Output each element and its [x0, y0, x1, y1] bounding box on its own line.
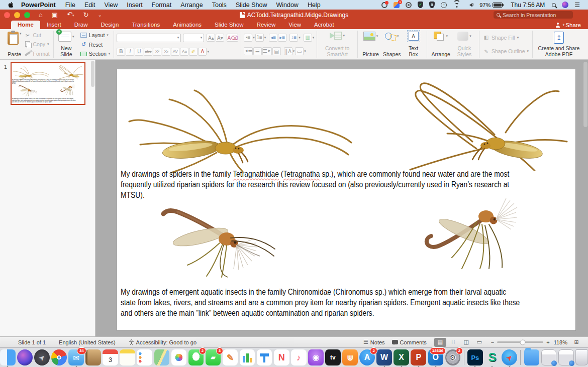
siri-icon[interactable]: [562, 1, 568, 9]
apple-menu-icon[interactable]: [5, 2, 16, 8]
dock-item-podcasts[interactable]: ◉: [308, 349, 324, 365]
strikethrough-button[interactable]: abe: [144, 48, 152, 56]
font-color-button[interactable]: A: [198, 48, 207, 56]
menu-clock[interactable]: Thu 7:56 AM: [511, 2, 545, 9]
tab-draw[interactable]: Draw: [68, 21, 94, 29]
change-case-button[interactable]: Aa: [180, 48, 188, 56]
dock-item-system-preferences[interactable]: ⚙2: [445, 349, 461, 365]
dock-item-news[interactable]: N: [274, 349, 289, 365]
dock-item-app-store[interactable]: A2: [359, 349, 375, 365]
status-badge-app-icon[interactable]: 1: [394, 1, 400, 9]
paste-button[interactable]: ▾ Paste: [6, 31, 24, 58]
shape-outline-button[interactable]: Shape Outline▾: [482, 48, 530, 55]
status-app-icon[interactable]: [381, 1, 387, 9]
midge-drawing-left[interactable]: [148, 195, 279, 278]
fit-slide-button[interactable]: ⊞: [570, 338, 582, 347]
reading-view-button[interactable]: ◫: [460, 338, 472, 347]
section-button[interactable]: Section▾: [79, 50, 112, 57]
midge-caption-textbox[interactable]: My drawings of emergent aquatic insects …: [12, 98, 84, 103]
normal-view-button[interactable]: ▤: [434, 338, 446, 347]
reset-button[interactable]: Reset: [79, 41, 112, 48]
dock-item-keynote[interactable]: [257, 349, 272, 365]
dock-item-launchpad[interactable]: ➤: [34, 349, 50, 365]
share-button[interactable]: + Share: [555, 22, 581, 29]
wifi-icon[interactable]: [453, 1, 460, 9]
workspace-scrollbar[interactable]: [583, 62, 587, 127]
dock-item-excel[interactable]: X: [394, 349, 409, 365]
zoom-slider[interactable]: [497, 341, 543, 343]
font-size-select[interactable]: ▾: [183, 34, 204, 42]
backup-icon[interactable]: ↑: [441, 1, 447, 9]
menu-window[interactable]: Window: [276, 2, 298, 9]
close-window-button[interactable]: [4, 12, 10, 18]
dock-item-chrome[interactable]: [51, 349, 67, 365]
increase-font-button[interactable]: A▴: [207, 34, 215, 42]
dock-item-music[interactable]: ♪: [291, 349, 307, 365]
shield-check-icon[interactable]: ✓: [418, 1, 423, 9]
midge-drawing-right[interactable]: [410, 193, 525, 271]
slide-canvas[interactable]: My drawings of spiders in the family Tet…: [117, 69, 575, 330]
midge-drawing-right[interactable]: [58, 83, 77, 95]
align-right-button[interactable]: ☰⯈: [262, 47, 272, 55]
tab-animations[interactable]: Animations: [166, 21, 208, 29]
redo-icon[interactable]: ↻: [83, 11, 89, 20]
highlight-color-button[interactable]: ✐: [189, 48, 198, 56]
accessibility-status[interactable]: Accessibility: Good to go: [129, 339, 197, 345]
dock-item-trash[interactable]: [575, 349, 588, 365]
notification-center-icon[interactable]: ☰: [574, 1, 580, 9]
picture-button[interactable]: ▾ Picture: [360, 31, 381, 58]
italic-button[interactable]: I: [126, 48, 134, 56]
arrange-button[interactable]: ▾ Arrange: [430, 31, 452, 58]
quick-styles-button[interactable]: ▾ Quick Styles: [452, 31, 476, 58]
customize-toolbar-icon[interactable]: ⌄: [97, 11, 102, 20]
dock-item-siri[interactable]: [17, 349, 33, 365]
dock-item-tv[interactable]: tv: [325, 349, 341, 365]
zoom-slider-thumb[interactable]: [520, 339, 525, 345]
spider-drawing-left[interactable]: [127, 73, 353, 174]
spotlight-icon[interactable]: [552, 1, 556, 9]
language-indicator[interactable]: English (United States): [59, 339, 116, 345]
undo-icon[interactable]: ↶▾: [67, 10, 74, 20]
clear-formatting-button[interactable]: A⌫: [227, 34, 238, 42]
line-spacing-button[interactable]: ↕≡: [289, 34, 298, 42]
dock-item-outlook[interactable]: O18636: [428, 349, 444, 365]
home-quick-icon[interactable]: ⌂: [39, 11, 43, 20]
superscript-button[interactable]: X²: [153, 48, 161, 56]
comments-button[interactable]: Comments: [392, 339, 427, 345]
menu-app-name[interactable]: PowerPoint: [21, 2, 56, 9]
spider-drawing-right[interactable]: [396, 70, 569, 171]
slide-canvas[interactable]: My drawings of spiders in the family Tet…: [12, 63, 84, 105]
search-in-presentation-input[interactable]: Search in Presentation: [494, 11, 573, 19]
menu-view[interactable]: View: [104, 2, 118, 9]
align-text-button[interactable]: ▭: [295, 47, 304, 55]
create-pdf-button[interactable]: Create and Share Adobe PDF: [535, 31, 582, 58]
shield-5-icon[interactable]: 5: [429, 1, 435, 9]
align-left-button[interactable]: ⯇☰: [244, 47, 253, 55]
spider-drawing-right[interactable]: [56, 63, 83, 79]
minimize-window-button[interactable]: [14, 12, 20, 18]
format-painter-button[interactable]: Format: [24, 50, 51, 57]
dock-item-facetime[interactable]: ▰3: [206, 349, 221, 365]
bullets-button[interactable]: •≡: [244, 34, 252, 42]
tab-slide-show[interactable]: Slide Show: [208, 21, 250, 29]
tab-transitions[interactable]: Transitions: [125, 21, 166, 29]
dock-item-mail[interactable]: ✉34: [68, 349, 84, 365]
text-direction-button[interactable]: ║A: [284, 47, 292, 55]
increase-indent-button[interactable]: ▸≡: [278, 34, 286, 42]
dock-item-contacts[interactable]: [85, 349, 101, 365]
dock-item-books[interactable]: ⋓: [342, 349, 358, 365]
numbering-button[interactable]: 1≡: [255, 34, 264, 42]
dock-item-window1[interactable]: [541, 349, 557, 365]
menu-insert[interactable]: Insert: [127, 2, 142, 9]
tab-design[interactable]: Design: [94, 21, 126, 29]
tab-review[interactable]: Review: [250, 21, 282, 29]
columns-button[interactable]: ▥: [304, 34, 312, 42]
dock-item-calendar[interactable]: 3: [103, 349, 118, 365]
dock-item-reminders[interactable]: [137, 349, 152, 365]
dock-item-snagit[interactable]: S: [484, 349, 500, 365]
decrease-indent-button[interactable]: ◂≡: [269, 34, 277, 42]
menu-slide-show[interactable]: Slide Show: [236, 2, 267, 9]
text-box-button[interactable]: A Text Box: [403, 31, 424, 58]
decrease-font-button[interactable]: A▾: [216, 34, 224, 42]
dock-item-powerpoint[interactable]: P: [411, 349, 426, 365]
